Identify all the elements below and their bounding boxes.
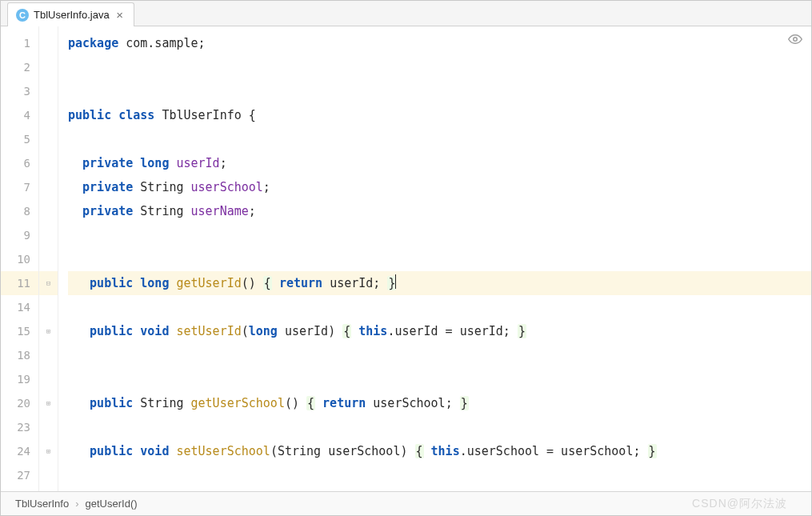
fold-toggle-icon[interactable]: ⊟ — [39, 271, 58, 295]
line-number[interactable]: 10 — [1, 247, 30, 271]
editor-root: C TblUserInfo.java × 1234567891011141518… — [0, 0, 812, 516]
line-number[interactable]: 3 — [1, 79, 30, 103]
line-number[interactable]: 18 — [1, 343, 30, 367]
fold-spacer — [39, 79, 58, 103]
code-line[interactable]: package com.sample; — [68, 31, 811, 55]
line-number[interactable]: 9 — [1, 223, 30, 247]
fold-spacer — [39, 127, 58, 151]
line-number[interactable]: 24 — [1, 439, 30, 463]
code-line[interactable] — [68, 295, 811, 319]
code-line[interactable]: public String getUserSchool() { return u… — [68, 391, 811, 415]
line-number[interactable]: 23 — [1, 415, 30, 439]
watermark-text: CSDN@阿尔法波 — [692, 497, 787, 511]
line-number[interactable]: 4 — [1, 103, 30, 127]
fold-spacer — [39, 31, 58, 55]
code-line[interactable]: private long userId; — [68, 151, 811, 175]
code-editor[interactable]: package com.sample; public class TblUser… — [58, 26, 811, 491]
fold-spacer — [39, 247, 58, 271]
fold-spacer — [39, 367, 58, 391]
fold-spacer — [39, 415, 58, 439]
line-number[interactable]: 14 — [1, 295, 30, 319]
close-icon[interactable]: × — [114, 10, 126, 21]
class-file-icon: C — [16, 9, 29, 22]
fold-spacer — [39, 223, 58, 247]
code-area: 12345678910111415181920232427 ⊟⊞⊞⊞ packa… — [1, 26, 811, 491]
code-line[interactable]: private String userSchool; — [68, 175, 811, 199]
code-line[interactable]: private String userName; — [68, 199, 811, 223]
code-line[interactable]: public class TblUserInfo { — [68, 103, 811, 127]
breadcrumb-class[interactable]: TblUserInfo — [15, 498, 69, 510]
fold-spacer — [39, 295, 58, 319]
line-number[interactable]: 19 — [1, 367, 30, 391]
line-number[interactable]: 8 — [1, 199, 30, 223]
breadcrumb-method[interactable]: getUserId() — [86, 498, 138, 510]
fold-spacer — [39, 175, 58, 199]
fold-spacer — [39, 343, 58, 367]
code-line[interactable]: public void setUserId(long userId) { thi… — [68, 319, 811, 343]
line-number-gutter[interactable]: 12345678910111415181920232427 — [1, 26, 39, 491]
fold-spacer — [39, 463, 58, 487]
code-line[interactable] — [68, 55, 811, 79]
fold-spacer — [39, 199, 58, 223]
code-line[interactable] — [68, 367, 811, 391]
line-number[interactable]: 6 — [1, 151, 30, 175]
text-caret — [395, 274, 396, 289]
fold-toggle-icon[interactable]: ⊞ — [39, 391, 58, 415]
line-number[interactable]: 7 — [1, 175, 30, 199]
code-line-current[interactable]: public long getUserId() { return userId;… — [68, 271, 811, 295]
line-number[interactable]: 2 — [1, 55, 30, 79]
reader-mode-icon[interactable] — [787, 31, 803, 47]
fold-spacer — [39, 151, 58, 175]
line-number[interactable]: 27 — [1, 463, 30, 487]
fold-spacer — [39, 55, 58, 79]
code-line[interactable] — [68, 343, 811, 367]
line-number[interactable]: 15 — [1, 319, 30, 343]
line-number[interactable]: 1 — [1, 31, 30, 55]
file-tab[interactable]: C TblUserInfo.java × — [7, 2, 134, 26]
tab-bar: C TblUserInfo.java × — [1, 1, 811, 26]
code-line[interactable] — [68, 127, 811, 151]
chevron-right-icon: › — [75, 498, 78, 510]
svg-point-0 — [794, 38, 798, 42]
code-line[interactable]: public void setUserSchool(String userSch… — [68, 439, 811, 463]
code-line[interactable] — [68, 415, 811, 439]
fold-gutter[interactable]: ⊟⊞⊞⊞ — [39, 26, 58, 491]
code-line[interactable] — [68, 247, 811, 271]
code-line[interactable] — [68, 79, 811, 103]
code-line[interactable] — [68, 463, 811, 487]
fold-toggle-icon[interactable]: ⊞ — [39, 439, 58, 463]
tab-label: TblUserInfo.java — [34, 9, 110, 21]
line-number[interactable]: 5 — [1, 127, 30, 151]
fold-toggle-icon[interactable]: ⊞ — [39, 319, 58, 343]
line-number[interactable]: 20 — [1, 391, 30, 415]
breadcrumb: TblUserInfo › getUserId() CSDN@阿尔法波 — [1, 491, 811, 515]
fold-spacer — [39, 103, 58, 127]
line-number[interactable]: 11 — [1, 271, 38, 295]
code-line[interactable] — [68, 223, 811, 247]
